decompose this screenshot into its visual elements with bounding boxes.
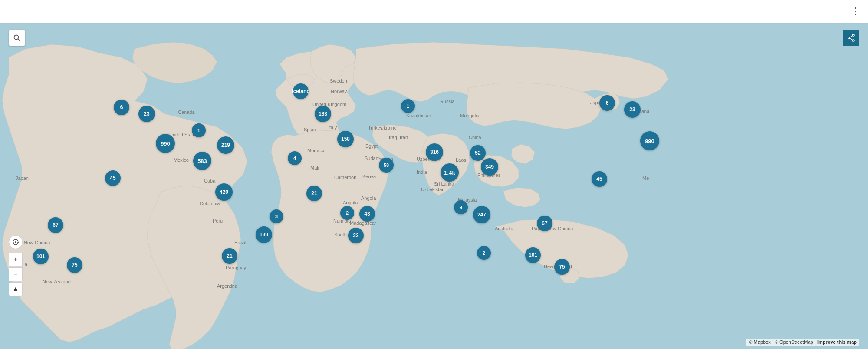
svg-text:Spain: Spain [304, 127, 316, 132]
cluster-marker-c5[interactable]: 219 [217, 136, 234, 154]
svg-text:Egypt: Egypt [365, 143, 378, 149]
cluster-marker-c22[interactable]: 23 [348, 228, 364, 243]
cluster-marker-c19[interactable]: 21 [306, 186, 322, 201]
cluster-marker-c21[interactable]: 43 [359, 206, 375, 222]
svg-text:Sri Lanka: Sri Lanka [434, 181, 454, 186]
cluster-marker-c26[interactable]: 1.4k [441, 163, 459, 182]
svg-text:Sudan: Sudan [365, 156, 378, 161]
cluster-marker-c32[interactable]: 67 [537, 216, 552, 231]
svg-text:Argentina: Argentina [217, 283, 238, 289]
zoom-in-button[interactable]: + [9, 253, 23, 266]
world-map: Canada United States Mexico Cuba Colombi… [0, 23, 868, 349]
north-button[interactable]: ▲ [9, 282, 23, 296]
zoom-out-button[interactable]: − [9, 267, 23, 281]
svg-text:China: China [469, 135, 482, 140]
location-button[interactable] [9, 235, 23, 249]
svg-text:Angola: Angola [361, 196, 376, 201]
cluster-marker-c20[interactable]: 2 [340, 206, 354, 220]
cluster-marker-c34[interactable]: 75 [554, 259, 570, 275]
svg-text:Morocco: Morocco [307, 148, 326, 153]
svg-text:Paraguay: Paraguay [226, 265, 247, 270]
cluster-marker-c23[interactable]: 1 [401, 99, 415, 113]
osm-attribution: © OpenStreetMap [775, 339, 813, 345]
svg-text:Colombia: Colombia [200, 201, 220, 206]
zoom-controls: + − ▲ [9, 235, 23, 297]
cluster-marker-c12[interactable]: 67 [48, 217, 63, 233]
map-container: ⋮ [0, 0, 868, 349]
svg-text:New Zealand: New Zealand [43, 279, 71, 284]
svg-text:Mali: Mali [310, 165, 319, 170]
cluster-marker-c35[interactable]: 45 [592, 171, 607, 187]
cluster-marker-c30[interactable]: 247 [473, 206, 490, 223]
svg-text:Norway: Norway [331, 89, 347, 94]
cluster-marker-c38[interactable]: 990 [640, 131, 659, 150]
cluster-marker-c25[interactable]: 58 [379, 158, 394, 173]
cluster-marker-c10[interactable]: 199 [256, 226, 272, 243]
svg-text:Kenya: Kenya [362, 174, 376, 179]
cluster-marker-c7[interactable]: 45 [105, 170, 121, 186]
svg-text:Ukraine: Ukraine [380, 125, 397, 130]
cluster-marker-c18[interactable]: 4 [288, 151, 302, 165]
cluster-marker-c3[interactable]: 1 [192, 123, 206, 137]
svg-text:Iraq, Iran: Iraq, Iran [389, 135, 408, 140]
cluster-marker-c28[interactable]: 349 [481, 158, 498, 176]
svg-text:Italy: Italy [328, 125, 337, 130]
svg-text:Laos: Laos [456, 157, 466, 163]
svg-text:Canada: Canada [178, 110, 195, 115]
cluster-marker-c16[interactable]: 183 [315, 106, 331, 122]
svg-text:Uzbekistan: Uzbekistan [421, 187, 444, 192]
svg-text:Madagascar: Madagascar [350, 220, 376, 226]
cluster-marker-c31[interactable]: 2 [477, 246, 491, 260]
mapbox-attribution: © Mapbox [749, 339, 770, 345]
svg-text:Peru: Peru [213, 218, 223, 223]
svg-text:Mongolia: Mongolia [460, 113, 480, 118]
svg-text:Brazil: Brazil [234, 240, 247, 245]
cluster-marker-c24[interactable]: 316 [426, 143, 443, 161]
cluster-marker-c2[interactable]: 23 [138, 106, 155, 122]
search-button[interactable] [9, 30, 25, 46]
cluster-marker-c11[interactable]: 21 [222, 248, 237, 264]
svg-text:Russia: Russia [440, 99, 455, 104]
svg-text:Japan: Japan [16, 176, 29, 181]
cluster-marker-c17[interactable]: 158 [337, 131, 354, 147]
top-bar: ⋮ [0, 0, 868, 23]
cluster-marker-c37[interactable]: 23 [624, 101, 641, 118]
cluster-marker-c29[interactable]: 9 [454, 200, 468, 214]
cluster-marker-c15[interactable]: Iceland [293, 83, 309, 99]
cluster-marker-c8[interactable]: 420 [215, 183, 233, 201]
cluster-marker-c14[interactable]: 75 [67, 257, 82, 273]
svg-text:India: India [417, 170, 427, 175]
cluster-marker-c27[interactable]: 52 [470, 145, 486, 161]
svg-line-54 [18, 39, 20, 41]
map-attribution: © Mapbox © OpenStreetMap Improve this ma… [746, 339, 859, 346]
svg-text:Angola: Angola [343, 200, 358, 205]
svg-text:Mexico: Mexico [174, 157, 189, 163]
svg-text:Cameroon: Cameroon [334, 175, 356, 180]
svg-text:Australia: Australia [495, 226, 514, 231]
cluster-marker-c4[interactable]: 990 [156, 134, 175, 153]
improve-map-link[interactable]: Improve this map [817, 339, 857, 345]
cluster-marker-c6[interactable]: 583 [193, 152, 211, 170]
cluster-marker-c1[interactable]: 6 [114, 100, 129, 115]
svg-line-59 [850, 38, 852, 40]
svg-point-55 [852, 34, 854, 36]
svg-line-58 [850, 36, 852, 37]
svg-text:Kazakhstan: Kazakhstan [406, 113, 431, 118]
svg-point-56 [848, 37, 850, 39]
cluster-marker-c13[interactable]: 101 [33, 249, 49, 264]
svg-text:Cuba: Cuba [204, 178, 216, 183]
menu-icon[interactable]: ⋮ [851, 6, 861, 17]
cluster-marker-c9[interactable]: 3 [270, 209, 283, 223]
svg-point-57 [852, 40, 854, 41]
cluster-marker-c33[interactable]: 101 [525, 247, 541, 263]
svg-text:Me: Me [642, 176, 649, 181]
svg-text:Sweden: Sweden [330, 78, 347, 83]
share-button[interactable] [843, 30, 859, 46]
svg-point-61 [15, 241, 16, 243]
svg-text:United Kingdom: United Kingdom [312, 102, 346, 107]
cluster-marker-c36[interactable]: 6 [599, 95, 615, 111]
